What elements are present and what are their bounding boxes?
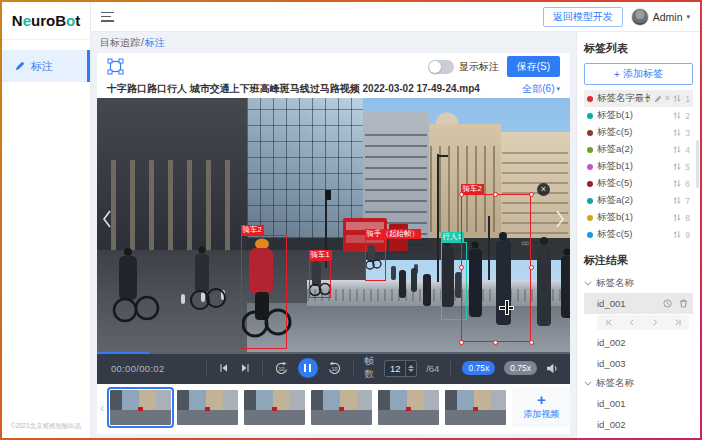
updown-icon[interactable] <box>673 213 681 222</box>
app-window: NeuroBot 标注 ©2021北京矩视智能出品 返回模型开发 Admin ▾… <box>0 0 702 440</box>
sidebar-item-label: 标注 <box>31 59 53 74</box>
result-id-row-selected[interactable]: id_001 <box>584 293 693 314</box>
pager-first-icon[interactable] <box>603 318 615 327</box>
frame-count-label: 帧数 <box>365 355 376 381</box>
bbox-handle[interactable] <box>493 340 498 345</box>
bbox-cyclist1[interactable]: 骑车1 <box>309 260 331 298</box>
delete-box-button[interactable]: × <box>537 183 550 196</box>
rect-select-tool-icon[interactable] <box>107 58 124 75</box>
label-color-dot <box>587 232 593 238</box>
pager-next-icon[interactable] <box>649 318 661 327</box>
video-thumbnail-3[interactable] <box>244 390 305 425</box>
bbox-handle[interactable] <box>529 265 534 270</box>
result-id-row[interactable]: id_001 <box>584 393 693 414</box>
app-logo: NeuroBot <box>2 2 90 40</box>
label-color-dot <box>587 130 593 136</box>
video-thumbnail-6[interactable] <box>445 390 506 425</box>
bbox-cyclist2[interactable]: 骑车2 <box>241 235 287 349</box>
prev-frame-button[interactable] <box>218 362 230 374</box>
label-row[interactable]: 标签c(5) 3 <box>584 124 693 141</box>
video-thumbnail-4[interactable] <box>311 390 372 425</box>
menu-collapse-icon[interactable] <box>101 12 114 22</box>
frame-spinner[interactable] <box>405 361 416 376</box>
filmstrip-prev-chevron[interactable]: ‹ <box>100 401 104 414</box>
label-row[interactable]: 标签b(1) 2 <box>584 107 693 124</box>
updown-icon[interactable] <box>673 94 681 103</box>
updown-icon[interactable] <box>673 128 681 137</box>
forward-10-button[interactable]: 10 <box>327 361 342 376</box>
rewind-10-button[interactable]: 10 <box>274 361 289 376</box>
label-row[interactable]: 标签a(2) 7 <box>584 192 693 209</box>
result-id-row[interactable]: id_002 <box>584 332 693 353</box>
bbox-label: 骑手（起始帧） <box>365 229 422 239</box>
video-title-row: 十字路口路口行人 城市交通上下班高峰斑马线过马路视频 2022-03-02 17… <box>97 80 570 98</box>
updown-icon[interactable] <box>673 111 681 120</box>
label-row[interactable]: 标签c(5) 6 <box>584 175 693 192</box>
result-id-row[interactable]: id_002 <box>584 414 693 435</box>
label-list-title: 标签列表 <box>584 41 693 56</box>
label-color-dot <box>587 181 593 187</box>
annotation-toolbar: 显示标注 保存(S) <box>97 53 570 80</box>
save-button[interactable]: 保存(S) <box>507 56 560 77</box>
label-row[interactable]: 标签名字最长数... × 1 <box>584 90 693 107</box>
bbox-label: 骑车1 <box>309 250 332 260</box>
video-time: 00:00/00:02 <box>111 363 165 374</box>
sidebar-item-annotate[interactable]: 标注 <box>2 50 90 82</box>
video-thumbnail-1[interactable] <box>110 390 171 425</box>
pager-last-icon[interactable] <box>672 318 684 327</box>
video-progress-bar[interactable] <box>97 352 570 354</box>
frame-pager <box>597 315 689 330</box>
pager-prev-icon[interactable] <box>626 318 638 327</box>
updown-icon[interactable] <box>673 179 681 188</box>
label-row[interactable]: 标签c(5) 9 <box>584 226 693 243</box>
pause-button[interactable] <box>298 358 318 378</box>
breadcrumb-parent[interactable]: 目标追踪 <box>100 36 140 50</box>
label-row[interactable]: 标签b(1) 8 <box>584 209 693 226</box>
label-color-dot <box>587 198 593 204</box>
result-group-header[interactable]: 标签名称 <box>584 274 693 293</box>
add-video-button[interactable]: + 添加视频 <box>512 387 570 427</box>
updown-icon[interactable] <box>673 230 681 239</box>
speed-pill-active[interactable]: 0.75x <box>462 361 495 375</box>
bbox-handle[interactable] <box>459 265 464 270</box>
label-row[interactable]: 标签b(1) 5 <box>584 158 693 175</box>
bbox-handle[interactable] <box>459 192 464 197</box>
next-video-chevron[interactable] <box>555 210 565 228</box>
show-annotation-toggle[interactable] <box>428 60 454 74</box>
prev-video-chevron[interactable] <box>102 210 112 228</box>
delete-label-icon[interactable]: × <box>665 94 670 103</box>
frame-number-input[interactable]: 12 <box>384 360 417 377</box>
result-group-header[interactable]: 标签名称 <box>584 374 693 393</box>
bbox-handle[interactable] <box>459 340 464 345</box>
next-frame-button[interactable] <box>239 362 251 374</box>
video-frame[interactable]: 骑车2 骑车1 骑手（起始帧） 行人1 骑车2 <box>97 98 570 352</box>
back-to-model-dev-button[interactable]: 返回模型开发 <box>543 7 623 27</box>
bbox-label: 骑车2 <box>461 184 484 194</box>
updown-icon[interactable] <box>673 145 681 154</box>
result-id-row[interactable]: id_003 <box>584 353 693 374</box>
edit-label-icon[interactable] <box>654 95 662 103</box>
video-filter-dropdown[interactable]: 全部(6)▾ <box>522 82 560 96</box>
bbox-handle[interactable] <box>529 340 534 345</box>
add-label-button[interactable]: +添加标签 <box>584 63 693 85</box>
bbox-handle[interactable] <box>529 192 534 197</box>
annotation-card: 显示标注 保存(S) 十字路口路口行人 城市交通上下班高峰斑马线过马路视频 20… <box>97 53 570 434</box>
label-row[interactable]: 标签a(2) 4 <box>584 141 693 158</box>
video-thumbnail-2[interactable] <box>177 390 238 425</box>
updown-icon[interactable] <box>673 196 681 205</box>
trash-icon[interactable] <box>679 299 688 308</box>
volume-icon[interactable] <box>546 363 559 374</box>
speed-pill[interactable]: 0.75x <box>504 361 537 375</box>
user-menu[interactable]: Admin ▾ <box>631 8 690 26</box>
plus-icon: + <box>537 393 546 407</box>
bbox-cyclist2-selected[interactable]: 骑车2 <box>461 194 531 342</box>
updown-icon[interactable] <box>673 162 681 171</box>
scrollbar-thumb[interactable] <box>696 140 699 188</box>
right-panel: 标签列表 +添加标签 标签名字最长数... × 1 标签b(1) 2 <box>576 32 700 438</box>
video-thumbnail-5[interactable] <box>378 390 439 425</box>
bbox-rider-start-frame[interactable]: 骑手（起始帧） <box>365 239 386 281</box>
result-id-row[interactable]: id_003 <box>584 435 693 438</box>
bbox-handle[interactable] <box>493 192 498 197</box>
video-controls: 00:00/00:02 10 10 帧数 <box>97 352 570 384</box>
history-icon[interactable] <box>663 299 672 308</box>
